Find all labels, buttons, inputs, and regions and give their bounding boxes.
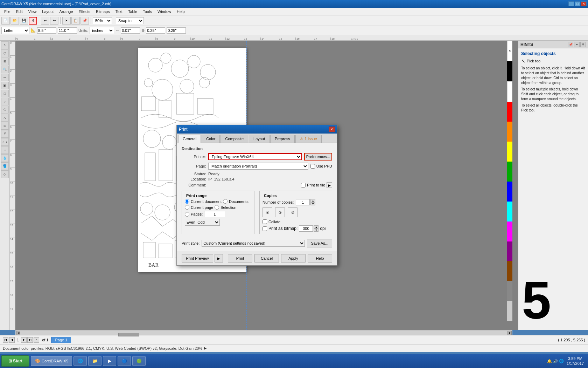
hints-pin-button[interactable]: 📌 [568, 42, 573, 47]
tab-prepress[interactable]: Prepress [270, 135, 295, 143]
palette-green[interactable] [507, 162, 512, 182]
menu-bitmaps[interactable]: Bitmaps [93, 9, 113, 14]
print-preview-button[interactable]: Print Preview [182, 254, 213, 263]
menu-view[interactable]: View [26, 9, 40, 14]
prev-page-button[interactable]: ◀ [9, 337, 15, 343]
nudge-input[interactable] [121, 27, 140, 34]
palette-red[interactable] [507, 102, 512, 122]
smart-fill-tool[interactable]: ▣ [1, 82, 9, 89]
print-style-select[interactable]: Custom (Current settings not saved) [202, 240, 305, 247]
undo-button[interactable]: ↩ [41, 17, 49, 25]
canvas-area[interactable]: BAR Print ✕ General Color Composite Layo… [15, 41, 518, 330]
even-odd-select[interactable]: Even_Odd [185, 219, 220, 226]
current-doc-radio[interactable] [185, 199, 189, 204]
tab-color[interactable]: Color [202, 135, 220, 143]
copies-input[interactable] [296, 199, 310, 205]
help-button[interactable]: Help [308, 254, 332, 263]
y-offset-input[interactable] [167, 27, 186, 34]
page-preset-select[interactable]: Letter [1, 27, 29, 34]
palette-lgray[interactable] [507, 301, 512, 321]
polygon-tool[interactable]: ⬠ [1, 106, 9, 114]
paste-button[interactable]: 📌 [80, 17, 89, 25]
text-tool[interactable]: A [1, 114, 9, 122]
minimize-button[interactable]: ─ [568, 1, 574, 6]
outline-tool[interactable]: ◇ [1, 170, 9, 178]
menu-help[interactable]: Help [174, 9, 188, 14]
rectangle-tool[interactable]: □ [1, 90, 9, 97]
preferences-button[interactable]: Preferences... [304, 153, 332, 161]
palette-none[interactable]: ✕ [507, 41, 512, 61]
hints-close-button[interactable]: ✕ [580, 42, 586, 47]
documents-radio[interactable] [223, 199, 227, 204]
palette-yellow[interactable] [507, 142, 512, 162]
open-button[interactable]: 📂 [10, 17, 19, 25]
print-as-bitmap-checkbox[interactable] [262, 226, 267, 231]
dpi-input[interactable] [299, 225, 313, 232]
select-tool[interactable]: ↖ [1, 41, 9, 49]
units-select[interactable]: inches [90, 27, 114, 34]
eyedropper-tool[interactable]: 💧 [1, 154, 9, 162]
use-ppd-checkbox[interactable] [310, 164, 315, 169]
menu-table[interactable]: Table [125, 9, 140, 14]
menu-edit[interactable]: Edit [13, 9, 26, 14]
page-select[interactable]: Match orientation (Portrait) [208, 163, 308, 170]
dpi-spin-up[interactable]: ▲ [314, 225, 318, 229]
collate-checkbox[interactable] [262, 219, 267, 224]
selection-radio[interactable] [215, 205, 219, 210]
palette-black[interactable] [507, 61, 512, 81]
tab-composite[interactable]: Composite [220, 135, 248, 143]
last-page-button[interactable]: ▶| [27, 337, 33, 343]
palette-gray[interactable] [507, 281, 512, 301]
maximize-button[interactable]: □ [575, 1, 580, 6]
measure-tool[interactable]: ↔ [1, 146, 9, 154]
horizontal-scrollbar[interactable]: ◀ ▶ [15, 330, 512, 335]
taskbar-ie[interactable]: 🌐 [74, 356, 87, 366]
palette-magenta[interactable] [507, 222, 512, 241]
taskbar-other[interactable]: 🟢 [132, 356, 146, 366]
dpi-spin-down[interactable]: ▼ [314, 229, 318, 232]
pages-radio[interactable] [185, 212, 189, 217]
width-input[interactable] [37, 27, 56, 34]
current-page-radio[interactable] [185, 205, 189, 210]
taskbar-coreldraw[interactable]: 🎨 CorelDRAW X5 [31, 356, 72, 366]
parallel-tool[interactable]: // [1, 130, 9, 138]
palette-cyan[interactable] [507, 202, 512, 222]
redo-button[interactable]: ↪ [50, 17, 58, 25]
close-button[interactable]: ✕ [581, 1, 587, 6]
expand-icon[interactable]: ▶ [204, 346, 206, 350]
first-page-button[interactable]: |◀ [3, 337, 8, 343]
apply-button[interactable]: Apply [281, 254, 306, 263]
printer-select[interactable]: Epilog Engraver WinX64 [208, 153, 302, 160]
tab-issues[interactable]: ⚠ 1 Issue [295, 135, 322, 143]
start-button[interactable]: ⊞ Start [1, 355, 29, 367]
menu-effects[interactable]: Effects [76, 9, 93, 14]
spin-up[interactable]: ▲ [310, 199, 315, 202]
height-input[interactable] [58, 27, 77, 34]
pages-input[interactable] [204, 211, 225, 217]
ellipse-tool[interactable]: ○ [1, 98, 9, 105]
x-offset-input[interactable] [146, 27, 165, 34]
add-page-button[interactable]: + [34, 337, 39, 343]
page-tab[interactable]: Page 1 [51, 337, 71, 343]
zoom-select[interactable]: 50% 100% 200% [93, 17, 112, 24]
cut-button[interactable]: ✂ [62, 17, 71, 25]
hints-expand-button[interactable]: » [574, 42, 580, 47]
taskbar-media[interactable]: ▶ [103, 356, 116, 366]
menu-file[interactable]: File [1, 9, 13, 14]
print-button[interactable]: Print [228, 254, 252, 263]
crop-tool[interactable]: ⊞ [1, 57, 9, 65]
shape-tool[interactable]: ⬡ [1, 49, 9, 57]
save-as-button[interactable]: Save As... [307, 239, 332, 247]
palette-white[interactable] [507, 81, 512, 102]
snap-select[interactable]: Snap to [116, 17, 144, 24]
menu-tools[interactable]: Tools [140, 9, 155, 14]
cancel-button[interactable]: Cancel [254, 254, 279, 263]
tab-layout[interactable]: Layout [249, 135, 270, 143]
fill-tool[interactable]: 🪣 [1, 162, 9, 170]
preview-arrow-button[interactable]: ▶ [215, 254, 223, 263]
menu-window[interactable]: Window [155, 9, 174, 14]
new-button[interactable]: 📄 [1, 17, 10, 25]
copy-button[interactable]: 📋 [71, 17, 80, 25]
taskbar-chrome[interactable]: 🔵 [118, 356, 131, 366]
spin-down[interactable]: ▼ [310, 202, 315, 205]
